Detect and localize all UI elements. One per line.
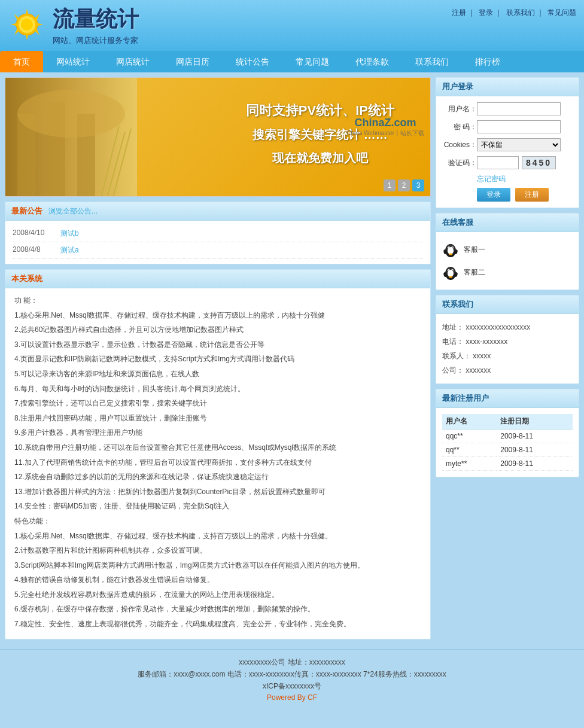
arch-svg bbox=[5, 78, 137, 197]
banner-indicators: 1 2 3 bbox=[384, 179, 424, 191]
announcements-title: 最新公告 bbox=[11, 206, 42, 217]
contact-person-label: 联系人： bbox=[442, 352, 471, 360]
about-item-8: 9.多用户计数器，具有管理注册用户功能 bbox=[14, 427, 421, 440]
contact-info: 地址： xxxxxxxxxxxxxxxxxx 电话： xxxx-xxxxxxx … bbox=[442, 320, 573, 377]
contact-address-label: 地址： bbox=[442, 323, 464, 331]
password-label: 密 码： bbox=[442, 122, 477, 132]
password-row: 密 码： bbox=[442, 120, 573, 133]
new-user-row-0: qqc** 2009-8-11 bbox=[442, 430, 573, 443]
footer-line3: xICP备xxxxxxxx号 bbox=[0, 681, 584, 692]
captcha-input[interactable] bbox=[477, 156, 519, 169]
contact-phone-label: 电话： bbox=[442, 337, 464, 346]
new-users-title: 最新注册用户 bbox=[436, 389, 579, 408]
about-title: 本关系统 bbox=[11, 273, 42, 284]
faq-link[interactable]: 常见问题 bbox=[548, 8, 576, 17]
cookies-select[interactable]: 不保留 一周 一个月 永久 bbox=[477, 138, 561, 151]
footer-powered: Powered By CF bbox=[0, 693, 584, 702]
contact-address-row: 地址： xxxxxxxxxxxxxxxxxx bbox=[442, 320, 573, 334]
login-button[interactable]: 登录 bbox=[477, 188, 510, 202]
announcements-body: 2008/4/10 测试b 2008/4/8 测试a bbox=[5, 221, 430, 264]
right-column: 用户登录 用户名： 密 码： Cookies： 不保留 一周 一个月 永 bbox=[436, 77, 579, 644]
contact-title: 联系我们 bbox=[436, 296, 579, 314]
new-users-table: 用户名 注册日期 qqc** 2009-8-11 qq** 2009-8-11 bbox=[442, 414, 573, 471]
cookies-row: Cookies： 不保留 一周 一个月 永久 bbox=[442, 138, 573, 151]
new-user-date-2: 2009-8-11 bbox=[497, 457, 573, 471]
register-link[interactable]: 注册 bbox=[452, 8, 466, 17]
username-row: 用户名： bbox=[442, 102, 573, 115]
col-username: 用户名 bbox=[442, 414, 497, 430]
contact-person-value: xxxxx bbox=[473, 352, 491, 360]
login-link[interactable]: 登录 bbox=[479, 8, 493, 17]
svg-marker-2 bbox=[25, 33, 29, 40]
announce-title-0[interactable]: 测试b bbox=[60, 229, 79, 239]
nav-item-home[interactable]: 首页 bbox=[0, 51, 43, 72]
about-item-6: 7.搜索引擎统计，还可以自己定义搜索引擎，搜索关键字统计 bbox=[14, 397, 421, 410]
service-item-0: 客服一 bbox=[442, 238, 573, 261]
banner-arch-bg bbox=[5, 78, 137, 197]
announcements-all-link[interactable]: 浏览全部公告... bbox=[48, 206, 98, 217]
service-name-1[interactable]: 客服二 bbox=[464, 267, 485, 278]
new-user-name-2: myte** bbox=[442, 457, 497, 471]
logo-sub-text: 网站、网店统计服务专家 bbox=[53, 35, 139, 46]
navigation: 首页 网站统计 网店统计 网店日历 统计公告 常见问题 代理条款 联系我们 排行… bbox=[0, 51, 584, 72]
announcements-header: 最新公告 浏览全部公告... bbox=[5, 202, 430, 221]
about-item-3: 4.页面显示记数和IP防刷新记数两种记数模式，支持Script方式和Img方式调… bbox=[14, 353, 421, 366]
register-button[interactable]: 注册 bbox=[515, 188, 549, 202]
nav-item-contact[interactable]: 联系我们 bbox=[402, 51, 462, 72]
online-service-panel: 在线客服 客服一 bbox=[436, 213, 579, 290]
username-label: 用户名： bbox=[442, 104, 477, 114]
banner-dot-2[interactable]: 2 bbox=[398, 179, 410, 191]
announcements-panel: 最新公告 浏览全部公告... 2008/4/10 测试b 2008/4/8 测试… bbox=[5, 202, 431, 264]
nav-item-website-stats[interactable]: 网站统计 bbox=[43, 51, 103, 72]
sun-icon bbox=[6, 8, 48, 44]
nav-item-faq[interactable]: 常见问题 bbox=[282, 51, 342, 72]
forgot-password-link[interactable]: 忘记密码 bbox=[477, 174, 573, 184]
announce-date-0: 2008/4/10 bbox=[13, 229, 54, 239]
svg-marker-3 bbox=[11, 23, 18, 26]
banner-dot-3[interactable]: 3 bbox=[412, 179, 424, 191]
banner-dot-1[interactable]: 1 bbox=[384, 179, 396, 191]
new-user-row-1: qq** 2009-8-11 bbox=[442, 443, 573, 457]
about-special-5: 6.缓存机制，在缓存中保存数据，操作常见动作，大量减少对数据库的增加，删除频繁的… bbox=[14, 603, 421, 616]
cookies-label: Cookies： bbox=[442, 140, 477, 150]
new-user-date-1: 2009-8-11 bbox=[497, 443, 573, 457]
new-user-name-0: qqc** bbox=[442, 430, 497, 443]
footer-line2: 服务邮箱：xxxx@xxxx.com 电话：xxxx-xxxxxxxx传真：xx… bbox=[0, 669, 584, 680]
about-item-2: 3.可以设置计数器显示数字，显示位数，计数器是否隐藏，统计信息是否公开等 bbox=[14, 339, 421, 352]
login-form: 用户名： 密 码： Cookies： 不保留 一周 一个月 永久 bbox=[436, 96, 579, 208]
nav-item-announcements[interactable]: 统计公告 bbox=[223, 51, 282, 72]
penguin-icon-1 bbox=[442, 264, 459, 281]
username-input[interactable] bbox=[477, 102, 561, 115]
service-name-0[interactable]: 客服一 bbox=[464, 245, 485, 255]
about-special-3: 4.独有的错误自动修复机制，能在计数器发生错误后自动修复。 bbox=[14, 574, 421, 587]
online-service-body: 客服一 客服二 bbox=[436, 232, 579, 290]
login-panel: 用户登录 用户名： 密 码： Cookies： 不保留 一周 一个月 永 bbox=[436, 77, 579, 208]
about-special-4: 5.完全杜绝并发线程容易对数据库造成的损坏，在流量大的网站上使用表现很稳定。 bbox=[14, 589, 421, 602]
svg-point-35 bbox=[448, 270, 454, 277]
password-input[interactable] bbox=[477, 120, 561, 133]
contact-link[interactable]: 联系我们 bbox=[506, 8, 535, 17]
about-special-6: 7.稳定性、安全性、速度上表现都很优秀，功能齐全，代码集成程度高、完全公开，专业… bbox=[14, 618, 421, 631]
online-service-title: 在线客服 bbox=[436, 214, 579, 232]
nav-item-shop-calendar[interactable]: 网店日历 bbox=[163, 51, 223, 72]
new-user-name-1: qq** bbox=[442, 443, 497, 457]
svg-marker-1 bbox=[25, 9, 29, 16]
captcha-row: 验证码： 8450 bbox=[442, 156, 573, 169]
footer: xxxxxxxxx公司 地址：xxxxxxxxxx 服务邮箱：xxxx@xxxx… bbox=[0, 649, 584, 709]
nav-item-agency[interactable]: 代理条款 bbox=[342, 51, 402, 72]
about-item-7: 8.注册用户找回密码功能，用户可以重置统计，删除注册账号 bbox=[14, 412, 421, 425]
penguin-icon-0 bbox=[442, 241, 459, 258]
forgot-row: 忘记密码 bbox=[442, 174, 573, 184]
announce-title-1[interactable]: 测试a bbox=[60, 245, 79, 255]
nav-item-ranking[interactable]: 排行榜 bbox=[462, 51, 513, 72]
nav-item-shop-stats[interactable]: 网店统计 bbox=[103, 51, 163, 72]
banner: 同时支持PV统计、IP统计 搜索引擎关键字统计 …… 现在就免费加入吧 Chin… bbox=[5, 77, 431, 197]
new-user-row-2: myte** 2009-8-11 bbox=[442, 457, 573, 471]
main-content: 同时支持PV统计、IP统计 搜索引擎关键字统计 …… 现在就免费加入吧 Chin… bbox=[0, 72, 584, 649]
new-user-date-0: 2009-8-11 bbox=[497, 430, 573, 443]
about-special-2: 3.Script网站脚本和Img网店类两种方式调用计数器，Img网店类方式计数器… bbox=[14, 559, 421, 572]
captcha-label: 验证码： bbox=[442, 158, 477, 168]
about-special-1: 2.计数器数字图片和统计图标两种机制共存，众多设置可调。 bbox=[14, 544, 421, 558]
about-item-4: 5.可以记录来访客的来源IP地址和来源页面信息，在线人数 bbox=[14, 368, 421, 381]
contact-person-row: 联系人： xxxxx bbox=[442, 349, 573, 363]
